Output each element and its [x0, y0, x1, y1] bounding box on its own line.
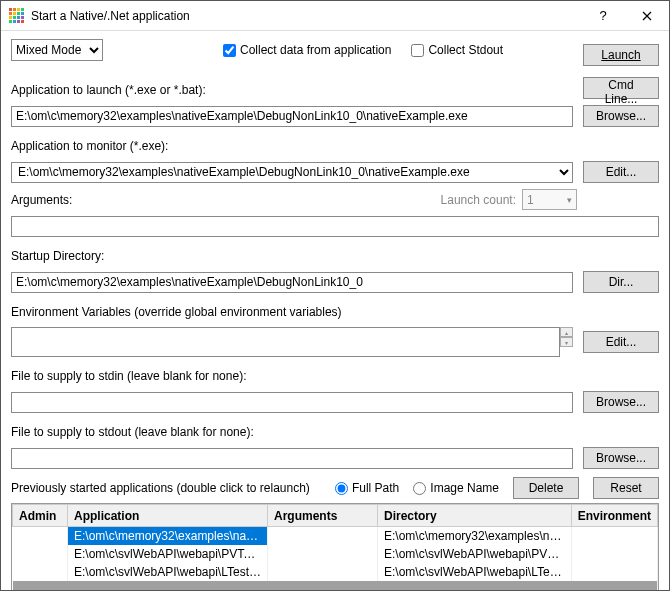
collect-stdout-input[interactable]: [411, 44, 424, 57]
image-name-radio[interactable]: Image Name: [413, 481, 499, 495]
launch-count-label: Launch count:: [441, 193, 516, 207]
col-application[interactable]: Application: [68, 505, 268, 527]
browse-stdin-button[interactable]: Browse...: [583, 391, 659, 413]
up-icon: ▴: [560, 327, 573, 337]
title-bar: Start a Native/.Net application ?: [1, 1, 669, 31]
startup-dir-input[interactable]: [11, 272, 573, 293]
col-arguments[interactable]: Arguments: [268, 505, 378, 527]
browse-stdout-button[interactable]: Browse...: [583, 447, 659, 469]
col-directory[interactable]: Directory: [378, 505, 572, 527]
prev-apps-table[interactable]: Admin Application Arguments Directory En…: [11, 503, 659, 591]
stdin-label: File to supply to stdin (leave blank for…: [11, 369, 659, 383]
env-vars-spinner[interactable]: ▴ ▾: [560, 327, 573, 357]
close-button[interactable]: [625, 1, 669, 31]
dir-button[interactable]: Dir...: [583, 271, 659, 293]
app-monitor-label: Application to monitor (*.exe):: [11, 139, 659, 153]
collect-data-input[interactable]: [223, 44, 236, 57]
window-title: Start a Native/.Net application: [31, 9, 581, 23]
col-admin[interactable]: Admin: [13, 505, 68, 527]
full-path-radio[interactable]: Full Path: [335, 481, 399, 495]
edit-env-button[interactable]: Edit...: [583, 331, 659, 353]
table-row[interactable]: E:\om\c\svlWebAPI\webapi\LTest\... E:\om…: [13, 563, 658, 581]
cmdline-button[interactable]: Cmd Line...: [583, 77, 659, 99]
help-button[interactable]: ?: [581, 1, 625, 31]
collect-data-label: Collect data from application: [240, 43, 391, 57]
app-monitor-select[interactable]: E:\om\c\memory32\examples\nativeExample\…: [11, 162, 573, 183]
mode-select[interactable]: Mixed Mode: [11, 39, 103, 61]
reset-button[interactable]: Reset: [593, 477, 659, 499]
stdin-input[interactable]: [11, 392, 573, 413]
env-vars-label: Environment Variables (override global e…: [11, 305, 659, 319]
launch-count-value: 1: [527, 193, 534, 207]
close-icon: [642, 11, 652, 21]
prev-apps-label: Previously started applications (double …: [11, 481, 310, 495]
arguments-input[interactable]: [11, 216, 659, 237]
launch-button[interactable]: Launch: [583, 44, 659, 66]
app-launch-label: Application to launch (*.exe or *.bat):: [11, 83, 573, 97]
collect-stdout-label: Collect Stdout: [428, 43, 503, 57]
app-launch-input[interactable]: [11, 106, 573, 127]
launch-count-select: 1 ▾: [522, 189, 577, 210]
collect-data-checkbox[interactable]: Collect data from application: [223, 43, 391, 57]
stdout-input[interactable]: [11, 448, 573, 469]
table-empty-row: [13, 581, 658, 591]
col-environment[interactable]: Environment: [571, 505, 657, 527]
browse-launch-button[interactable]: Browse...: [583, 105, 659, 127]
stdout-label: File to supply to stdout (leave blank fo…: [11, 425, 659, 439]
chevron-down-icon: ▾: [567, 195, 572, 205]
app-icon: [9, 8, 25, 24]
down-icon: ▾: [560, 337, 573, 347]
arguments-label: Arguments:: [11, 193, 72, 207]
table-row[interactable]: E:\om\c\svlWebAPI\webapi\PVTest... E:\om…: [13, 545, 658, 563]
delete-button[interactable]: Delete: [513, 477, 579, 499]
env-vars-input[interactable]: [11, 327, 560, 357]
collect-stdout-checkbox[interactable]: Collect Stdout: [411, 43, 503, 57]
edit-monitor-button[interactable]: Edit...: [583, 161, 659, 183]
startup-dir-label: Startup Directory:: [11, 249, 659, 263]
table-row[interactable]: E:\om\c\memory32\examples\nati... E:\om\…: [13, 527, 658, 546]
